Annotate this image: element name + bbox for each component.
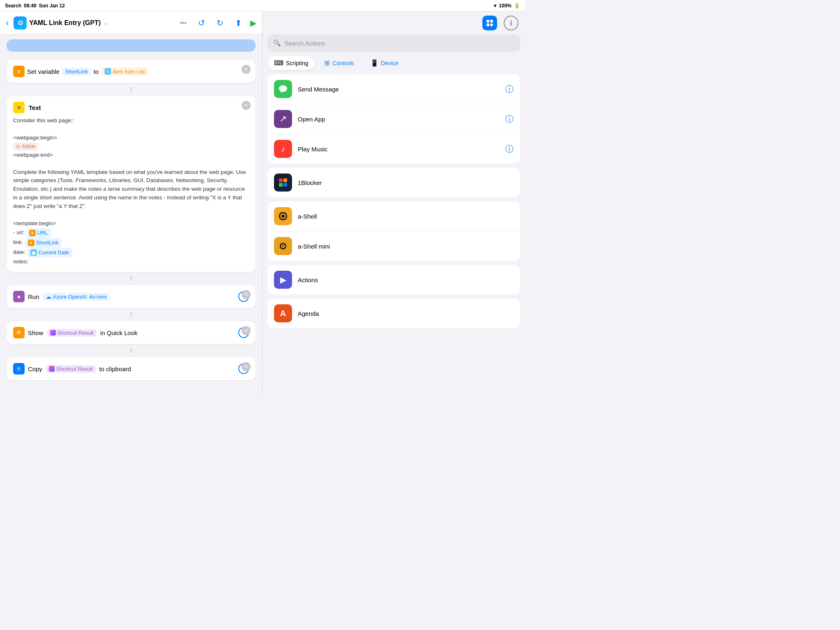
action-name-ashell-mini: a-Shell mini — [298, 243, 514, 250]
show-result-text: Shortcut Result — [57, 330, 94, 336]
svg-rect-9 — [283, 183, 287, 187]
action-item-ashell[interactable]: a-Shell — [267, 201, 520, 231]
copy-result-pill[interactable]: Shortcut Result — [46, 365, 96, 373]
svg-rect-8 — [279, 183, 283, 187]
close-run-card[interactable]: ✕ — [242, 290, 251, 299]
set-label: Set variable — [27, 68, 59, 75]
svg-text:mini: mini — [281, 245, 286, 248]
ashell-mini-icon: mini — [274, 237, 292, 255]
text-card: ≡ Text Consider this web page:: <webpage… — [7, 96, 256, 272]
article-text: Article — [22, 143, 35, 151]
svg-rect-7 — [283, 178, 287, 182]
tab-scripting-label: Scripting — [286, 60, 308, 66]
copy-result-text: Shortcut Result — [56, 366, 93, 372]
article-pill[interactable]: ⊙ Article — [13, 142, 38, 151]
redo-button[interactable]: ↻ — [213, 16, 227, 30]
1blocker-svg — [277, 177, 289, 188]
link-var[interactable]: x ShortLink — [25, 238, 62, 248]
action-item-send-message[interactable]: Send Message ⓘ — [267, 74, 520, 104]
action-name-agenda: Agenda — [298, 310, 514, 317]
undo-button[interactable]: ↺ — [195, 16, 208, 30]
back-button[interactable]: ‹ — [6, 18, 9, 28]
list-badge: ≡ — [105, 68, 111, 75]
action-item-1blocker[interactable]: 1Blocker — [267, 168, 520, 197]
share-button[interactable]: ⬆ — [232, 16, 245, 30]
run-label: Run — [28, 293, 39, 300]
item-from-list-var[interactable]: ≡ Item from List — [101, 67, 148, 75]
close-set-variable[interactable]: ✕ — [242, 65, 251, 74]
link-text: ShortLink — [36, 239, 59, 247]
safari-icon: ⊙ — [14, 16, 27, 30]
action-name-1blocker: 1Blocker — [298, 179, 514, 186]
connector3 — [7, 312, 256, 317]
action-item-ashell-mini[interactable]: mini a-Shell mini — [267, 231, 520, 261]
action-item-agenda[interactable]: A Agenda — [267, 299, 520, 328]
info-play-music[interactable]: ⓘ — [505, 144, 514, 155]
1blocker-icon — [274, 173, 292, 192]
article-icon: ⊙ — [16, 143, 20, 151]
shortlink-var[interactable]: ShortLink — [62, 68, 91, 75]
svg-rect-2 — [486, 23, 489, 26]
url-badge: x — [29, 230, 36, 236]
url-var[interactable]: x URL — [26, 228, 51, 238]
run-card: ● Run ☁ Azure OpenAI: 4o-mini › ✕ — [7, 285, 256, 308]
shortcuts-button[interactable] — [482, 16, 497, 30]
actions-list: Send Message ⓘ ↗ Open App ⓘ ♪ Play Music… — [262, 74, 525, 394]
show-row: 👁 Show Shortcut Result in Quick Look › — [13, 327, 249, 338]
show-card: 👁 Show Shortcut Result in Quick Look › ✕ — [7, 321, 256, 344]
action-item-open-app[interactable]: ↗ Open App ⓘ — [267, 104, 520, 134]
connector1 — [7, 87, 256, 92]
tab-controls[interactable]: ⊞ Controls — [318, 56, 360, 70]
message-icon — [277, 83, 289, 95]
text-line-2: <webpage:begin> — [13, 134, 249, 142]
search-label[interactable]: Search — [5, 3, 21, 9]
close-copy-card[interactable]: ✕ — [242, 362, 251, 371]
copy-icon: ⎘ — [13, 363, 25, 374]
run-icon: ● — [13, 291, 25, 302]
status-right: ▾ 100% 🔋 — [494, 3, 520, 9]
actions-app-icon: ▶ — [274, 271, 292, 289]
info-open-app[interactable]: ⓘ — [505, 114, 514, 125]
open-app-icon: ↗ — [274, 110, 292, 128]
top-actions-group: Send Message ⓘ ↗ Open App ⓘ ♪ Play Music… — [267, 74, 520, 164]
copy-suffix: to clipboard — [99, 365, 131, 372]
shortcuts-icon — [486, 19, 494, 27]
show-result-pill[interactable]: Shortcut Result — [47, 329, 97, 337]
action-name-play-music: Play Music — [298, 146, 500, 153]
chevron-down-icon[interactable]: ⌄ — [103, 20, 108, 26]
info-send-message[interactable]: ⓘ — [505, 84, 514, 95]
action-item-play-music[interactable]: ♪ Play Music ⓘ — [267, 134, 520, 164]
tab-device[interactable]: 📱 Device — [364, 56, 405, 70]
azure-pill[interactable]: ☁ Azure OpenAI: 4o-mini — [43, 293, 110, 301]
play-button[interactable]: ▶ — [250, 18, 256, 28]
to-label: to — [94, 68, 99, 75]
close-show-card[interactable]: ✕ — [242, 326, 251, 335]
set-variable-row: x Set variable ShortLink to ≡ Item from … — [13, 66, 249, 77]
scripting-icon: ⌨ — [274, 59, 283, 67]
send-message-icon — [274, 80, 292, 98]
nav-bar: ‹ ⊙ YAML Link Entry (GPT) ⌄ ••• ↺ ↻ ⬆ ▶ — [0, 11, 262, 34]
status-left: Search 08:49 Sun Jan 12 — [5, 3, 65, 9]
partial-top-card — [7, 39, 256, 52]
date-var[interactable]: ▦ Current Date — [27, 248, 72, 258]
main-layout: ‹ ⊙ YAML Link Entry (GPT) ⌄ ••• ↺ ↻ ⬆ ▶ … — [0, 11, 525, 394]
agenda-group: A Agenda — [267, 299, 520, 328]
tab-scripting[interactable]: ⌨ Scripting — [267, 56, 315, 70]
more-options-button[interactable]: ••• — [176, 19, 190, 27]
close-text-card[interactable]: ✕ — [242, 101, 251, 110]
actions-group: ▶ Actions — [267, 265, 520, 294]
url-text: URL — [37, 229, 48, 237]
ashell-group: a-Shell mini a-Shell mini — [267, 201, 520, 261]
show-suffix: in Quick Look — [100, 329, 137, 336]
action-item-actions[interactable]: ▶ Actions — [267, 265, 520, 294]
search-bar[interactable]: 🔍 Search Actions — [267, 34, 520, 52]
text-content[interactable]: Consider this web page:: <webpage:begin>… — [13, 116, 249, 266]
date-badge: ▦ — [30, 249, 37, 256]
battery: 100% — [499, 3, 511, 9]
controls-icon: ⊞ — [324, 59, 330, 67]
text-link-row: link: x ShortLink — [13, 238, 249, 248]
action-name-open-app: Open App — [298, 116, 500, 123]
info-button[interactable]: ℹ — [504, 16, 518, 30]
copy-card: ⎘ Copy Shortcut Result to clipboard › ✕ — [7, 357, 256, 380]
right-panel: ℹ 🔍 Search Actions ⌨ Scripting ⊞ Control… — [262, 11, 525, 394]
